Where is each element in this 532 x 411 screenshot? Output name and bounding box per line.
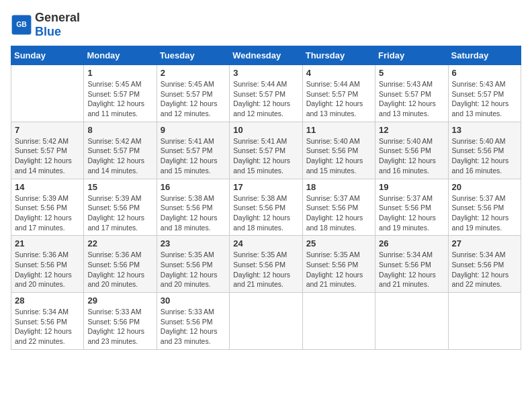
day-info: Sunrise: 5:34 AMSunset: 5:56 PMDaylight:… xyxy=(15,307,80,347)
calendar-cell: 27Sunrise: 5:34 AMSunset: 5:56 PMDayligh… xyxy=(448,236,521,293)
page-header: GB General Blue xyxy=(11,11,521,39)
day-number: 11 xyxy=(306,125,371,135)
day-number: 3 xyxy=(233,68,298,78)
day-number: 13 xyxy=(452,125,517,135)
day-number: 10 xyxy=(233,125,298,135)
weekday-header-wednesday: Wednesday xyxy=(230,46,302,65)
calendar-cell xyxy=(302,293,375,350)
day-number: 6 xyxy=(452,68,517,78)
day-info: Sunrise: 5:45 AMSunset: 5:57 PMDaylight:… xyxy=(87,79,152,119)
calendar-cell: 3Sunrise: 5:44 AMSunset: 5:57 PMDaylight… xyxy=(230,65,302,122)
calendar-cell: 29Sunrise: 5:33 AMSunset: 5:56 PMDayligh… xyxy=(84,293,157,350)
calendar-cell xyxy=(375,293,448,350)
calendar-cell: 5Sunrise: 5:43 AMSunset: 5:57 PMDaylight… xyxy=(375,65,448,122)
day-number: 30 xyxy=(161,295,226,306)
calendar-cell: 8Sunrise: 5:42 AMSunset: 5:57 PMDaylight… xyxy=(84,122,157,179)
day-number: 21 xyxy=(15,238,80,248)
logo: GB General Blue xyxy=(11,11,80,39)
day-number: 8 xyxy=(87,125,152,135)
calendar-week-4: 21Sunrise: 5:36 AMSunset: 5:56 PMDayligh… xyxy=(11,236,521,293)
day-number: 4 xyxy=(306,68,371,78)
day-number: 22 xyxy=(87,238,152,248)
logo-blue-text: Blue xyxy=(35,25,61,38)
calendar-cell xyxy=(448,293,521,350)
day-info: Sunrise: 5:44 AMSunset: 5:57 PMDaylight:… xyxy=(306,79,371,119)
day-number: 5 xyxy=(379,68,444,78)
day-info: Sunrise: 5:40 AMSunset: 5:56 PMDaylight:… xyxy=(452,136,517,176)
calendar-cell xyxy=(11,65,84,122)
day-info: Sunrise: 5:33 AMSunset: 5:56 PMDaylight:… xyxy=(161,307,226,347)
weekday-header-friday: Friday xyxy=(375,46,448,65)
calendar-cell: 16Sunrise: 5:38 AMSunset: 5:56 PMDayligh… xyxy=(157,179,229,236)
day-info: Sunrise: 5:36 AMSunset: 5:56 PMDaylight:… xyxy=(87,250,152,289)
calendar-cell: 11Sunrise: 5:40 AMSunset: 5:56 PMDayligh… xyxy=(302,122,375,179)
day-number: 15 xyxy=(87,182,152,192)
calendar-cell: 26Sunrise: 5:34 AMSunset: 5:56 PMDayligh… xyxy=(375,236,448,293)
weekday-header-thursday: Thursday xyxy=(302,46,375,65)
day-number: 14 xyxy=(15,182,80,192)
calendar-cell: 13Sunrise: 5:40 AMSunset: 5:56 PMDayligh… xyxy=(448,122,521,179)
day-info: Sunrise: 5:34 AMSunset: 5:56 PMDaylight:… xyxy=(379,250,444,289)
day-info: Sunrise: 5:37 AMSunset: 5:56 PMDaylight:… xyxy=(452,193,517,233)
day-number: 2 xyxy=(161,68,226,78)
calendar-cell: 17Sunrise: 5:38 AMSunset: 5:56 PMDayligh… xyxy=(230,179,302,236)
weekday-header-row: SundayMondayTuesdayWednesdayThursdayFrid… xyxy=(11,46,521,65)
day-number: 23 xyxy=(161,238,226,248)
day-number: 19 xyxy=(379,182,444,192)
calendar-cell: 30Sunrise: 5:33 AMSunset: 5:56 PMDayligh… xyxy=(157,293,229,350)
day-number: 9 xyxy=(161,125,226,135)
day-info: Sunrise: 5:39 AMSunset: 5:56 PMDaylight:… xyxy=(87,193,152,233)
calendar-cell: 28Sunrise: 5:34 AMSunset: 5:56 PMDayligh… xyxy=(11,293,84,350)
calendar-cell: 23Sunrise: 5:35 AMSunset: 5:56 PMDayligh… xyxy=(157,236,229,293)
calendar-week-1: 1Sunrise: 5:45 AMSunset: 5:57 PMDaylight… xyxy=(11,65,521,122)
logo-general-text: General xyxy=(35,11,80,24)
calendar-cell: 24Sunrise: 5:35 AMSunset: 5:56 PMDayligh… xyxy=(230,236,302,293)
day-info: Sunrise: 5:35 AMSunset: 5:56 PMDaylight:… xyxy=(233,250,298,289)
calendar-cell: 20Sunrise: 5:37 AMSunset: 5:56 PMDayligh… xyxy=(448,179,521,236)
day-number: 7 xyxy=(15,125,80,135)
calendar-table: SundayMondayTuesdayWednesdayThursdayFrid… xyxy=(11,46,521,350)
calendar-week-5: 28Sunrise: 5:34 AMSunset: 5:56 PMDayligh… xyxy=(11,293,521,350)
day-info: Sunrise: 5:42 AMSunset: 5:57 PMDaylight:… xyxy=(87,136,152,176)
day-info: Sunrise: 5:35 AMSunset: 5:56 PMDaylight:… xyxy=(306,250,371,289)
calendar-cell: 6Sunrise: 5:43 AMSunset: 5:57 PMDaylight… xyxy=(448,65,521,122)
day-number: 26 xyxy=(379,238,444,248)
day-number: 18 xyxy=(306,182,371,192)
day-number: 24 xyxy=(233,238,298,248)
day-info: Sunrise: 5:45 AMSunset: 5:57 PMDaylight:… xyxy=(161,79,226,119)
svg-text:GB: GB xyxy=(16,21,27,28)
calendar-cell: 2Sunrise: 5:45 AMSunset: 5:57 PMDaylight… xyxy=(157,65,229,122)
day-info: Sunrise: 5:36 AMSunset: 5:56 PMDaylight:… xyxy=(15,250,80,289)
calendar-cell: 7Sunrise: 5:42 AMSunset: 5:57 PMDaylight… xyxy=(11,122,84,179)
day-number: 28 xyxy=(15,295,80,306)
calendar-cell: 10Sunrise: 5:41 AMSunset: 5:57 PMDayligh… xyxy=(230,122,302,179)
day-number: 16 xyxy=(161,182,226,192)
day-info: Sunrise: 5:35 AMSunset: 5:56 PMDaylight:… xyxy=(161,250,226,289)
day-info: Sunrise: 5:43 AMSunset: 5:57 PMDaylight:… xyxy=(379,79,444,119)
day-info: Sunrise: 5:37 AMSunset: 5:56 PMDaylight:… xyxy=(306,193,371,233)
calendar-cell: 1Sunrise: 5:45 AMSunset: 5:57 PMDaylight… xyxy=(84,65,157,122)
calendar-week-3: 14Sunrise: 5:39 AMSunset: 5:56 PMDayligh… xyxy=(11,179,521,236)
weekday-header-sunday: Sunday xyxy=(11,46,84,65)
day-info: Sunrise: 5:41 AMSunset: 5:57 PMDaylight:… xyxy=(233,136,298,176)
calendar-cell: 9Sunrise: 5:41 AMSunset: 5:57 PMDaylight… xyxy=(157,122,229,179)
calendar-body: 1Sunrise: 5:45 AMSunset: 5:57 PMDaylight… xyxy=(11,65,521,350)
day-info: Sunrise: 5:38 AMSunset: 5:56 PMDaylight:… xyxy=(233,193,298,233)
day-info: Sunrise: 5:42 AMSunset: 5:57 PMDaylight:… xyxy=(15,136,80,176)
day-number: 17 xyxy=(233,182,298,192)
calendar-cell: 4Sunrise: 5:44 AMSunset: 5:57 PMDaylight… xyxy=(302,65,375,122)
generalblue-logo-icon: GB xyxy=(11,14,32,36)
day-number: 25 xyxy=(306,238,371,248)
calendar-header: SundayMondayTuesdayWednesdayThursdayFrid… xyxy=(11,46,521,65)
calendar-cell: 25Sunrise: 5:35 AMSunset: 5:56 PMDayligh… xyxy=(302,236,375,293)
calendar-cell: 14Sunrise: 5:39 AMSunset: 5:56 PMDayligh… xyxy=(11,179,84,236)
day-number: 12 xyxy=(379,125,444,135)
weekday-header-saturday: Saturday xyxy=(448,46,521,65)
day-info: Sunrise: 5:40 AMSunset: 5:56 PMDaylight:… xyxy=(379,136,444,176)
day-info: Sunrise: 5:44 AMSunset: 5:57 PMDaylight:… xyxy=(233,79,298,119)
calendar-cell: 12Sunrise: 5:40 AMSunset: 5:56 PMDayligh… xyxy=(375,122,448,179)
day-number: 1 xyxy=(87,68,152,78)
day-number: 20 xyxy=(452,182,517,192)
calendar-week-2: 7Sunrise: 5:42 AMSunset: 5:57 PMDaylight… xyxy=(11,122,521,179)
day-info: Sunrise: 5:34 AMSunset: 5:56 PMDaylight:… xyxy=(452,250,517,289)
